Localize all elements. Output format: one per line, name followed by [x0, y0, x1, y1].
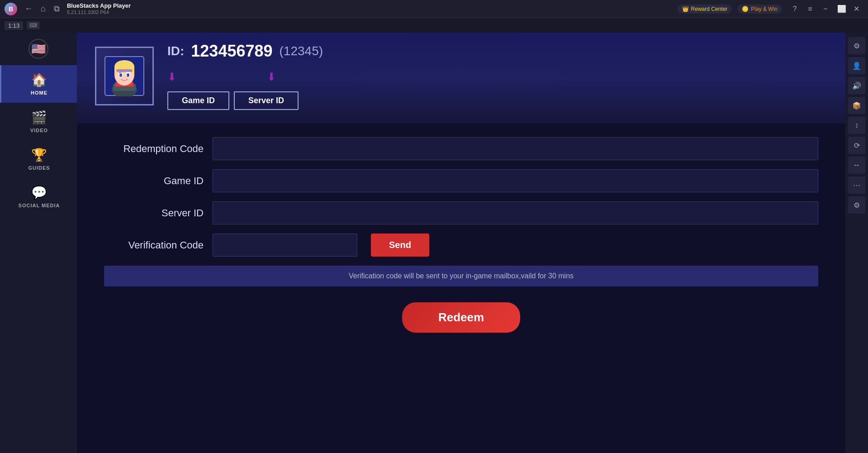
video-icon: 🎬 — [31, 110, 47, 125]
down-arrow-game: ⬇ — [167, 72, 176, 82]
verification-code-input[interactable] — [213, 234, 357, 257]
titlebar-right: 👑 Reward Center 🪙 Play & Win ? ≡ − ⬜ ✕ — [678, 3, 863, 15]
server-id-arrow-container: ⬇ — [267, 72, 276, 82]
server-id-label: Server ID — [104, 207, 204, 219]
sidebar-item-home[interactable]: 🏠 HOME — [0, 65, 77, 103]
down-arrow-server: ⬇ — [267, 72, 276, 82]
right-btn-7[interactable]: ↔ — [848, 157, 865, 174]
sidebar-home-label: HOME — [31, 90, 47, 95]
svg-point-18 — [128, 76, 133, 79]
sidebar-item-social[interactable]: 💬 SOCIAL MEDIA — [0, 178, 77, 215]
home-icon: 🏠 — [31, 72, 47, 87]
send-button[interactable]: Send — [371, 234, 429, 257]
redemption-code-input[interactable] — [213, 137, 818, 160]
id-sub: (12345) — [280, 44, 323, 58]
back-button[interactable]: ← — [22, 3, 35, 14]
sidebar-item-video[interactable]: 🎬 VIDEO — [0, 103, 77, 140]
right-btn-3[interactable]: 🔊 — [848, 77, 865, 94]
right-btn-4[interactable]: 📦 — [848, 97, 865, 114]
svg-point-11 — [127, 73, 129, 77]
time-display: 1:13 — [5, 21, 23, 30]
sidebar: 🇺🇸 🏠 HOME 🎬 VIDEO 🏆 GUIDES 💬 SOCIAL MEDI… — [0, 33, 77, 453]
game-id-label: Game ID — [104, 175, 204, 187]
right-btn-5[interactable]: ↕ — [848, 117, 865, 134]
titlebar: B ← ⌂ ⧉ BlueStacks App Player 5.21.111.1… — [0, 0, 868, 18]
app-logo: B — [5, 3, 17, 15]
game-id-row: Game ID — [104, 169, 818, 192]
avatar-border — [95, 47, 154, 105]
server-id-row: Server ID — [104, 201, 818, 224]
flag-button[interactable]: 🇺🇸 — [0, 33, 77, 65]
nav-buttons: ← ⌂ ⧉ — [22, 3, 62, 14]
info-text: Verification code will be sent to your i… — [349, 272, 574, 280]
id-buttons: Game ID Server ID — [167, 91, 323, 110]
crown-icon: 👑 — [682, 6, 689, 12]
addressbar: 1:13 ⌨ — [0, 18, 868, 33]
tabs-button[interactable]: ⧉ — [51, 3, 62, 14]
sidebar-video-label: VIDEO — [30, 128, 48, 133]
window-controls: ? ≡ − ⬜ ✕ — [787, 3, 863, 15]
right-btn-8[interactable]: ⋯ — [848, 176, 865, 194]
menu-button[interactable]: ≡ — [803, 3, 817, 15]
svg-rect-19 — [116, 69, 133, 72]
id-label: ID: — [167, 44, 184, 58]
player-info: ID: 123456789 (12345) ⬇ ⬇ Game ID Server… — [167, 42, 323, 110]
game-header: ID: 123456789 (12345) ⬇ ⬇ Game ID Server… — [77, 33, 845, 124]
right-btn-6[interactable]: ⟳ — [848, 137, 865, 154]
guides-icon: 🏆 — [31, 148, 47, 162]
info-banner: Verification code will be sent to your i… — [104, 266, 818, 286]
svg-point-10 — [119, 73, 122, 77]
svg-point-13 — [128, 74, 129, 75]
coin-icon: 🪙 — [742, 6, 749, 12]
right-btn-2[interactable]: 👤 — [848, 57, 865, 74]
verification-code-row: Verification Code Send — [104, 234, 818, 257]
redeem-button[interactable]: Redeem — [402, 302, 520, 333]
svg-line-15 — [120, 72, 121, 73]
verification-code-label: Verification Code — [104, 239, 204, 251]
id-number: 123456789 — [191, 42, 272, 61]
home-button[interactable]: ⌂ — [38, 3, 48, 14]
sidebar-guides-label: GUIDES — [28, 165, 50, 171]
flag-icon: 🇺🇸 — [28, 39, 48, 59]
keyboard-icon: ⌨ — [27, 21, 40, 29]
game-id-arrow-container: ⬇ — [167, 72, 176, 82]
server-id-button[interactable]: Server ID — [234, 91, 299, 110]
app-title: BlueStacks App Player 5.21.111.1002 P64 — [67, 2, 673, 15]
right-btn-1[interactable]: ⚙ — [848, 37, 865, 54]
game-id-input[interactable] — [213, 169, 818, 192]
character-avatar — [95, 47, 154, 105]
close-button[interactable]: ✕ — [849, 3, 863, 15]
right-sidebar: ⚙ 👤 🔊 📦 ↕ ⟳ ↔ ⋯ ⚙ — [845, 33, 868, 453]
server-id-input[interactable] — [213, 201, 818, 224]
player-id-row: ID: 123456789 (12345) — [167, 42, 323, 61]
svg-point-12 — [121, 74, 122, 75]
content-area: ID: 123456789 (12345) ⬇ ⬇ Game ID Server… — [77, 33, 845, 453]
character-sprite — [104, 56, 145, 96]
minimize-button[interactable]: − — [818, 3, 833, 15]
game-id-button[interactable]: Game ID — [167, 91, 229, 110]
form-area: Redemption Code Game ID Server ID Verifi… — [77, 124, 845, 453]
maximize-button[interactable]: ⬜ — [834, 3, 848, 15]
social-icon: 💬 — [31, 185, 47, 200]
sidebar-social-label: SOCIAL MEDIA — [19, 203, 60, 208]
sidebar-item-guides[interactable]: 🏆 GUIDES — [0, 140, 77, 178]
reward-center-button[interactable]: 👑 Reward Center — [678, 5, 732, 14]
help-button[interactable]: ? — [787, 3, 802, 15]
main-content: 🇺🇸 🏠 HOME 🎬 VIDEO 🏆 GUIDES 💬 SOCIAL MEDI… — [0, 33, 868, 453]
redemption-code-row: Redemption Code — [104, 137, 818, 160]
right-btn-settings[interactable]: ⚙ — [848, 196, 865, 214]
redemption-code-label: Redemption Code — [104, 143, 204, 155]
svg-line-14 — [119, 72, 120, 73]
play-win-button[interactable]: 🪙 Play & Win — [737, 5, 782, 14]
svg-point-17 — [116, 76, 120, 79]
arrows-wrapper: ⬇ ⬇ — [167, 72, 323, 82]
